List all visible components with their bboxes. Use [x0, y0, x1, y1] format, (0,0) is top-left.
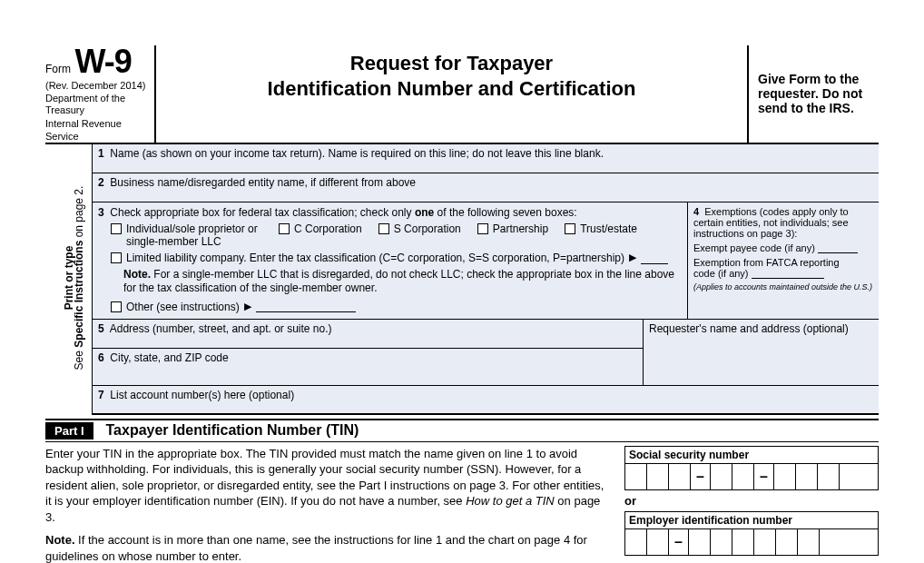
tin-para1: Enter your TIN in the appropriate box. T…	[45, 446, 610, 526]
chk-ccorp[interactable]: C Corporation	[279, 222, 362, 235]
form-number: W-9	[74, 43, 131, 80]
title-line1: Request for Taxpayer	[165, 51, 738, 76]
tin-para2: Note. If the account is in more than one…	[45, 532, 610, 563]
exempt-payee-row: Exempt payee code (if any)	[693, 242, 873, 253]
part1-title: Taxpayer Identification Number (TIN)	[106, 422, 359, 439]
dash-icon: –	[754, 464, 774, 489]
chk-partnership[interactable]: Partnership	[477, 222, 548, 235]
line1-label: Name (as shown on your income tax return…	[110, 147, 604, 160]
ssn-digit[interactable]	[732, 464, 754, 489]
ein-digit[interactable]	[625, 529, 647, 555]
ein-digit[interactable]	[754, 529, 776, 555]
ein-label: Employer identification number	[624, 511, 879, 528]
line-1[interactable]: 1 Name (as shown on your income tax retu…	[93, 144, 879, 173]
ein-digit[interactable]	[732, 529, 754, 555]
ein-digit[interactable]	[689, 529, 711, 555]
line-5[interactable]: 5 Address (number, street, and apt. or s…	[93, 320, 643, 349]
tin-instructions: Enter your TIN in the appropriate box. T…	[45, 446, 610, 563]
triangle-icon: ▶	[244, 301, 251, 312]
line2-label: Business name/disregarded entity name, i…	[110, 176, 416, 189]
or-label: or	[624, 494, 879, 508]
sidebar-instructions: See Specific Instructions on page 2.	[73, 151, 85, 405]
line4-lead: 4 Exemptions (codes apply only to certai…	[693, 206, 873, 239]
ssn-digit[interactable]	[669, 464, 691, 489]
ein-digit[interactable]	[776, 529, 798, 555]
line-4: 4 Exemptions (codes apply only to certai…	[688, 202, 879, 319]
checkbox-icon[interactable]	[111, 223, 122, 234]
ssn-label: Social security number	[624, 446, 879, 463]
ssn-digit[interactable]	[840, 464, 861, 489]
line3-num: 3	[98, 206, 104, 219]
tin-section: Enter your TIN in the appropriate box. T…	[45, 446, 879, 563]
checkbox-icon[interactable]	[111, 252, 122, 263]
dash-icon: –	[669, 529, 689, 555]
checkbox-row-top: Individual/sole proprietor or single-mem…	[111, 222, 682, 248]
ein-digit[interactable]	[798, 529, 820, 555]
chk-llc[interactable]: Limited liability company. Enter the tax…	[111, 252, 682, 264]
line-6[interactable]: 6 City, state, and ZIP code	[93, 349, 643, 385]
chk-other[interactable]: Other (see instructions) ▶	[111, 301, 682, 313]
ssn-digit[interactable]	[796, 464, 818, 489]
ssn-digit[interactable]	[818, 464, 840, 489]
tin-number-boxes: Social security number – – or Employer i…	[624, 446, 879, 563]
line-7[interactable]: 7 List account number(s) here (optional)	[93, 386, 879, 415]
llc-classification-input[interactable]	[641, 252, 668, 264]
dash-icon: –	[691, 464, 711, 489]
line3-instruction: 3 Check appropriate box for federal tax …	[98, 206, 682, 219]
checkbox-icon[interactable]	[279, 223, 290, 234]
fatca-applies: (Applies to accounts maintained outside …	[693, 282, 873, 291]
fatca-row: Exemption from FATCA reporting code (if …	[693, 257, 873, 279]
ssn-digit[interactable]	[711, 464, 732, 489]
ein-digit[interactable]	[647, 529, 669, 555]
ein-digit[interactable]	[820, 529, 841, 555]
chk-trust[interactable]: Trust/estate	[565, 222, 637, 235]
line-3-4-row: 3 Check appropriate box for federal tax …	[93, 202, 879, 320]
requester-address[interactable]: Requester's name and address (optional)	[643, 320, 879, 385]
dept-line1: Department of the Treasury	[45, 93, 147, 116]
w9-form: Form W-9 (Rev. December 2014) Department…	[45, 45, 879, 563]
form-body: Print or type See Specific Instructions …	[45, 144, 879, 415]
line-2[interactable]: 2 Business name/disregarded entity name,…	[93, 173, 879, 202]
line-3: 3 Check appropriate box for federal tax …	[93, 202, 688, 319]
sidebar: Print or type See Specific Instructions …	[45, 144, 93, 415]
ssn-input[interactable]: – –	[624, 463, 879, 490]
form-word: Form	[45, 63, 71, 75]
line2-num: 2	[98, 176, 104, 189]
form-word-row: Form W-9	[45, 45, 147, 78]
checkbox-icon[interactable]	[378, 223, 389, 234]
exempt-payee-input[interactable]	[818, 242, 858, 253]
checkbox-icon[interactable]	[111, 301, 122, 312]
checkbox-icon[interactable]	[477, 223, 488, 234]
chk-individual[interactable]: Individual/sole proprietor or single-mem…	[111, 222, 262, 248]
other-input[interactable]	[256, 301, 356, 312]
triangle-icon: ▶	[629, 252, 636, 263]
ssn-digit[interactable]	[774, 464, 796, 489]
dept-line2: Internal Revenue Service	[45, 118, 147, 142]
part1-header: Part I Taxpayer Identification Number (T…	[45, 419, 879, 442]
revision: (Rev. December 2014)	[45, 80, 147, 91]
title-line2: Identification Number and Certification	[165, 76, 738, 102]
checkbox-icon[interactable]	[565, 223, 575, 234]
chk-scorp[interactable]: S Corporation	[378, 222, 461, 235]
address-left: 5 Address (number, street, and apt. or s…	[93, 320, 643, 385]
address-block: 5 Address (number, street, and apt. or s…	[93, 320, 879, 386]
form-lines: 1 Name (as shown on your income tax retu…	[93, 144, 879, 415]
give-form-text: Give Form to the requester. Do not send …	[758, 72, 879, 115]
fatca-input[interactable]	[752, 268, 824, 279]
header-left: Form W-9 (Rev. December 2014) Department…	[45, 45, 156, 143]
form-header: Form W-9 (Rev. December 2014) Department…	[45, 45, 879, 144]
ein-input[interactable]: –	[624, 528, 879, 556]
line1-num: 1	[98, 147, 104, 160]
ssn-digit[interactable]	[647, 464, 669, 489]
header-center: Request for Taxpayer Identification Numb…	[156, 45, 747, 143]
part1-badge: Part I	[45, 422, 93, 440]
ssn-digit[interactable]	[625, 464, 647, 489]
ein-digit[interactable]	[711, 529, 732, 555]
header-right: Give Form to the requester. Do not send …	[747, 45, 879, 143]
line3-note: Note. For a single-member LLC that is di…	[123, 268, 682, 295]
